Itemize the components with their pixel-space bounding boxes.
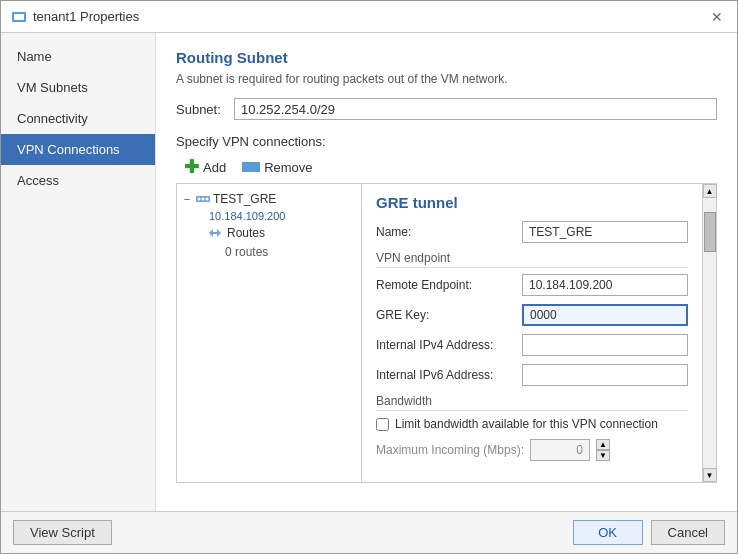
content-area: Routing Subnet A subnet is required for … bbox=[156, 33, 737, 511]
window-icon bbox=[11, 9, 27, 25]
toolbar: ✚ Add Remove bbox=[176, 155, 717, 179]
tree-panel: − TEST_GRE 10.184.109.200 bbox=[177, 184, 362, 482]
bandwidth-checkbox-label: Limit bandwidth available for this VPN c… bbox=[395, 417, 658, 431]
scrollbar-up-arrow[interactable]: ▲ bbox=[703, 184, 717, 198]
name-input[interactable] bbox=[522, 221, 688, 243]
scrollbar-down-arrow[interactable]: ▼ bbox=[703, 468, 717, 482]
remote-endpoint-row: Remote Endpoint: bbox=[376, 274, 688, 296]
remove-icon bbox=[242, 162, 260, 172]
svg-point-5 bbox=[206, 198, 209, 201]
gre-key-label: GRE Key: bbox=[376, 308, 516, 322]
footer: View Script OK Cancel bbox=[1, 511, 737, 553]
gre-key-row: GRE Key: bbox=[376, 304, 688, 326]
scrollbar-track: ▲ ▼ bbox=[702, 184, 716, 482]
section-desc: A subnet is required for routing packets… bbox=[176, 72, 717, 86]
routes-count-row: 0 routes bbox=[225, 244, 361, 259]
spinner-buttons: ▲ ▼ bbox=[596, 439, 610, 461]
routes-count: 0 routes bbox=[225, 245, 268, 259]
main-content: Name VM Subnets Connectivity VPN Connect… bbox=[1, 33, 737, 511]
bandwidth-checkbox[interactable] bbox=[376, 418, 389, 431]
internal-ipv6-label: Internal IPv6 Address: bbox=[376, 368, 516, 382]
footer-right: OK Cancel bbox=[573, 520, 725, 545]
internal-ipv6-input[interactable] bbox=[522, 364, 688, 386]
titlebar: tenant1 Properties ✕ bbox=[1, 1, 737, 33]
view-script-button[interactable]: View Script bbox=[13, 520, 112, 545]
internal-ipv4-label: Internal IPv4 Address: bbox=[376, 338, 516, 352]
detail-panel: GRE tunnel Name: VPN endpoint Remote End… bbox=[362, 184, 702, 482]
svg-point-4 bbox=[202, 198, 205, 201]
cancel-button[interactable]: Cancel bbox=[651, 520, 725, 545]
internal-ipv4-input[interactable] bbox=[522, 334, 688, 356]
max-incoming-label: Maximum Incoming (Mbps): bbox=[376, 443, 524, 457]
name-row: Name: bbox=[376, 221, 688, 243]
svg-point-3 bbox=[198, 198, 201, 201]
internal-ipv6-row: Internal IPv6 Address: bbox=[376, 364, 688, 386]
name-label: Name: bbox=[376, 225, 516, 239]
scrollbar-thumb[interactable] bbox=[704, 212, 716, 252]
tree-node-row[interactable]: − TEST_GRE bbox=[177, 188, 361, 210]
tree-node-ip-row: 10.184.109.200 bbox=[191, 210, 361, 222]
tree-routes-row[interactable]: Routes bbox=[203, 222, 361, 244]
bandwidth-group: Bandwidth bbox=[376, 394, 688, 411]
subnet-input[interactable] bbox=[234, 98, 717, 120]
remove-button[interactable]: Remove bbox=[234, 157, 320, 178]
max-incoming-input[interactable] bbox=[530, 439, 590, 461]
tree-node-ip: 10.184.109.200 bbox=[209, 210, 361, 222]
spinner-down-button[interactable]: ▼ bbox=[596, 450, 610, 461]
vpn-connections-label: Specify VPN connections: bbox=[176, 134, 717, 149]
section-title: Routing Subnet bbox=[176, 49, 717, 66]
subnet-label: Subnet: bbox=[176, 102, 226, 117]
add-icon: ✚ bbox=[184, 158, 199, 176]
sidebar-item-connectivity[interactable]: Connectivity bbox=[1, 103, 155, 134]
sidebar-item-access[interactable]: Access bbox=[1, 165, 155, 196]
network-icon bbox=[195, 191, 211, 207]
properties-window: tenant1 Properties ✕ Name VM Subnets Con… bbox=[0, 0, 738, 554]
add-button[interactable]: ✚ Add bbox=[176, 155, 234, 179]
internal-ipv4-row: Internal IPv4 Address: bbox=[376, 334, 688, 356]
sidebar-item-vpn-connections[interactable]: VPN Connections bbox=[1, 134, 155, 165]
remote-endpoint-label: Remote Endpoint: bbox=[376, 278, 516, 292]
sidebar: Name VM Subnets Connectivity VPN Connect… bbox=[1, 33, 156, 511]
max-incoming-row: Maximum Incoming (Mbps): ▲ ▼ bbox=[376, 439, 688, 461]
subnet-row: Subnet: bbox=[176, 98, 717, 120]
routes-icon bbox=[207, 225, 223, 241]
remote-endpoint-input[interactable] bbox=[522, 274, 688, 296]
gre-title: GRE tunnel bbox=[376, 194, 688, 211]
split-panel: − TEST_GRE 10.184.109.200 bbox=[176, 183, 717, 483]
bandwidth-checkbox-row: Limit bandwidth available for this VPN c… bbox=[376, 417, 688, 431]
vpn-endpoint-group: VPN endpoint bbox=[376, 251, 688, 268]
window-title: tenant1 Properties bbox=[11, 9, 139, 25]
close-button[interactable]: ✕ bbox=[707, 7, 727, 27]
gre-key-input[interactable] bbox=[522, 304, 688, 326]
tree-node-name: TEST_GRE bbox=[213, 192, 276, 206]
svg-rect-1 bbox=[14, 14, 24, 20]
ok-button[interactable]: OK bbox=[573, 520, 643, 545]
tree-routes-label: Routes bbox=[227, 226, 265, 240]
tree-toggle: − bbox=[181, 193, 193, 205]
sidebar-item-vm-subnets[interactable]: VM Subnets bbox=[1, 72, 155, 103]
sidebar-item-name[interactable]: Name bbox=[1, 41, 155, 72]
footer-left: View Script bbox=[13, 520, 112, 545]
spinner-up-button[interactable]: ▲ bbox=[596, 439, 610, 450]
